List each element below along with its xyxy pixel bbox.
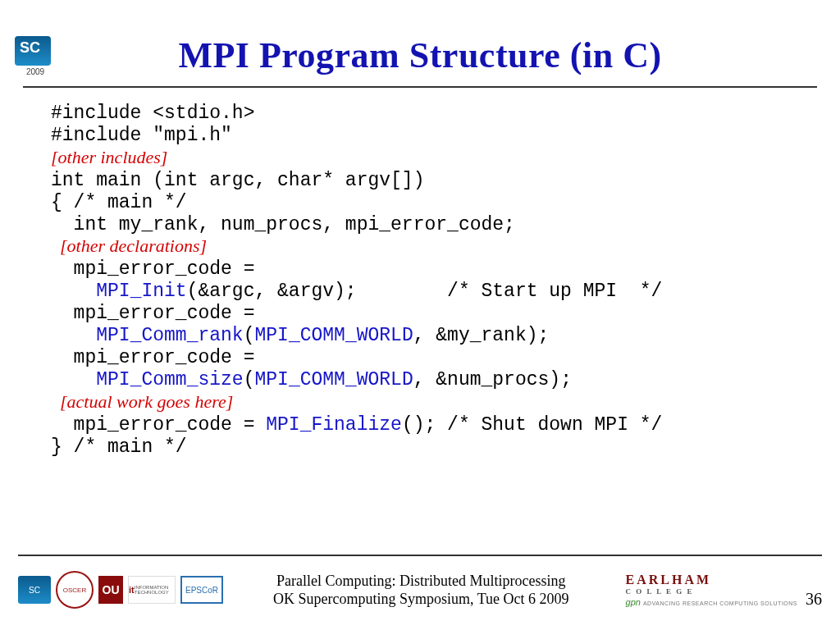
sc-logo-footer: SC [18,576,51,604]
mpi-comm-world: MPI_COMM_WORLD [254,325,413,346]
footer-caption: Parallel Computing: Distributed Multipro… [223,572,619,609]
code-line: int my_rank, num_procs, mpi_error_code; [51,214,515,235]
code-line: mpi_error_code = MPI_Finalize(); /* Shut… [51,414,662,436]
code-line: MPI_Comm_rank(MPI_COMM_WORLD, &my_rank); [51,325,549,346]
code-line: int main (int argc, char* argv[]) [51,170,424,191]
annotation-work: [actual work goes here] [51,391,233,412]
slide-body: #include <stdio.h> #include "mpi.h" [oth… [0,88,840,459]
oscer-logo: OSCER [56,571,94,609]
mpi-comm-size: MPI_Comm_size [96,369,243,390]
page-number: 36 [806,590,822,619]
footer-logos-left: SC OSCER OU itINFORMATION TECHNOLOGY EPS… [18,571,223,609]
it-logo: itINFORMATION TECHNOLOGY [128,576,176,604]
earlham-logo: EARLHAM C O L L E G E [626,573,712,596]
slide-footer: SC OSCER OU itINFORMATION TECHNOLOGY EPS… [0,555,840,630]
mpi-init: MPI_Init [96,281,186,302]
gpn-logo: gpn ADVANCING RESEARCH COMPUTING SOLUTIO… [626,597,797,607]
code-line: } /* main */ [51,436,187,458]
epscor-logo: EPSCoR [180,576,223,604]
code-line: MPI_Init(&argc, &argv); /* Start up MPI … [51,281,662,302]
code-line: mpi_error_code = [51,258,254,280]
code-line: #include <stdio.h> [51,103,254,124]
code-block: #include <stdio.h> #include "mpi.h" [oth… [51,103,789,459]
sc-logo-text: SC [20,39,40,57]
code-line: mpi_error_code = [51,303,254,324]
code-line: mpi_error_code = [51,347,254,368]
footer-caption-line2: OK Supercomputing Symposium, Tue Oct 6 2… [223,590,619,609]
slide-title: MPI Program Structure (in C) [0,0,840,76]
annotation-declarations: [other declarations] [51,235,207,256]
footer-divider [18,555,822,556]
annotation-includes: [other includes] [51,147,167,167]
code-line: MPI_Comm_size(MPI_COMM_WORLD, &num_procs… [51,369,572,390]
slide: SC 2009 MPI Program Structure (in C) #in… [0,0,840,630]
footer-caption-line1: Parallel Computing: Distributed Multipro… [223,572,619,591]
code-line: { /* main */ [51,192,187,213]
ou-logo: OU [98,576,123,604]
sc-logo-year: 2009 [15,67,56,76]
sc-logo-top: SC 2009 [15,36,56,77]
mpi-finalize: MPI_Finalize [266,414,402,436]
footer-logos-right: EARLHAM C O L L E G E gpn ADVANCING RESE… [626,573,797,607]
mpi-comm-rank: MPI_Comm_rank [96,325,243,346]
code-line: #include "mpi.h" [51,125,232,146]
mpi-comm-world: MPI_COMM_WORLD [254,369,413,390]
